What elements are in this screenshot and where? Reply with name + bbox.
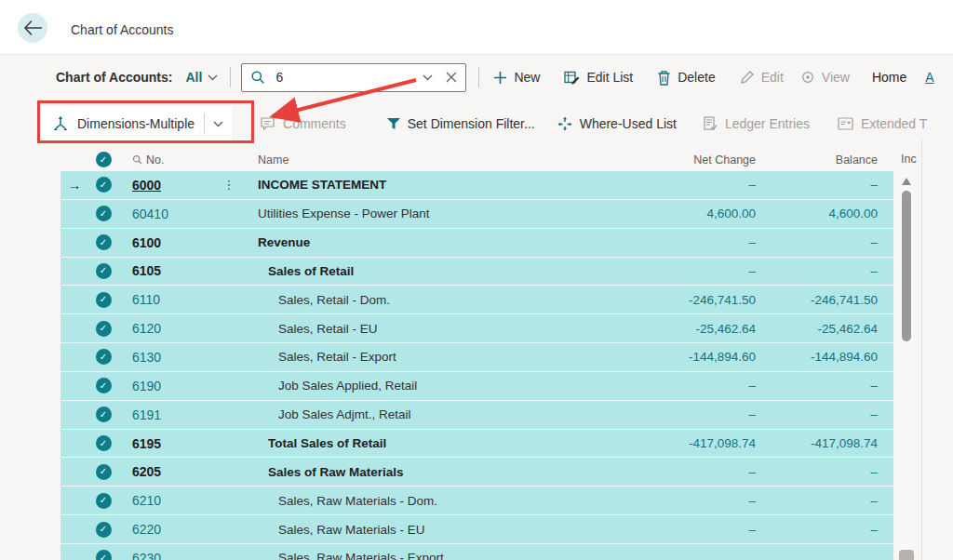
menu-tab-home[interactable]: Home — [872, 70, 906, 85]
row-select-checkbox[interactable]: ✓ — [88, 493, 118, 509]
set-dimension-filter-button[interactable]: Set Dimension Filter... — [387, 116, 535, 131]
ledger-entries-button[interactable]: Ledger Entries — [703, 116, 810, 131]
table-row[interactable]: ✓ 6195 Total Sales of Retail -417,098.74… — [60, 430, 893, 459]
view-button[interactable]: View — [800, 70, 850, 85]
new-button[interactable]: New — [493, 70, 540, 85]
table-row[interactable]: ✓ 6130 Sales, Retail - Export -144,894.6… — [60, 343, 893, 372]
column-header-net-change[interactable]: Net Change — [607, 153, 756, 167]
row-select-checkbox[interactable]: ✓ — [88, 464, 118, 480]
comments-button[interactable]: Comments — [260, 116, 346, 131]
balance-cell[interactable]: – — [756, 379, 878, 393]
net-change-cell[interactable]: – — [607, 178, 756, 192]
account-name-cell[interactable]: Sales, Raw Materials - EU — [237, 523, 607, 537]
scrollbar-thumb[interactable] — [902, 191, 911, 341]
search-box[interactable] — [241, 63, 466, 92]
account-name-cell[interactable]: Sales of Raw Materials — [237, 465, 607, 479]
clear-search-button[interactable] — [446, 72, 457, 83]
account-no-link[interactable]: 6210 — [118, 493, 221, 508]
account-no-link[interactable]: 6205 — [118, 464, 221, 479]
net-change-cell[interactable]: -25,462.64 — [607, 322, 756, 336]
net-change-cell[interactable]: – — [607, 465, 756, 479]
row-select-checkbox[interactable]: ✓ — [88, 321, 118, 337]
account-name-cell[interactable]: Sales, Raw Materials - Dom. — [237, 494, 607, 508]
search-options-chevron[interactable] — [423, 74, 433, 81]
balance-cell[interactable]: 4,600.00 — [756, 207, 878, 220]
account-name-cell[interactable]: Sales, Retail - Dom. — [237, 293, 607, 307]
account-no-link[interactable]: 6120 — [118, 321, 221, 336]
table-row[interactable]: ✓ 6210 Sales, Raw Materials - Dom. – – — [60, 487, 893, 515]
column-header-income-cutoff[interactable]: Inc — [901, 153, 917, 166]
row-select-checkbox[interactable]: ✓ — [88, 378, 118, 393]
row-select-checkbox[interactable]: ✓ — [88, 522, 118, 538]
column-header-balance[interactable]: Balance — [756, 153, 878, 167]
row-select-checkbox[interactable]: ✓ — [88, 263, 118, 279]
edit-list-button[interactable]: Edit List — [564, 70, 633, 86]
table-row[interactable]: ✓ 6120 Sales, Retail - EU -25,462.64 -25… — [60, 314, 893, 343]
edit-button[interactable]: Edit — [740, 70, 784, 85]
dimensions-multiple-button[interactable]: Dimensions-Multiple — [41, 106, 232, 141]
account-name-cell[interactable]: Sales, Raw Materials - Export — [237, 551, 607, 560]
net-change-cell[interactable]: -417,098.74 — [607, 436, 756, 450]
row-select-checkbox[interactable]: ✓ — [88, 435, 118, 451]
account-no-link[interactable]: 6220 — [118, 522, 221, 537]
menu-tab-actions-cutoff[interactable]: A — [925, 70, 933, 85]
row-select-checkbox[interactable]: ✓ — [88, 349, 118, 365]
extended-texts-button[interactable]: Extended T — [838, 116, 927, 131]
net-change-cell[interactable]: -144,894.60 — [607, 350, 756, 364]
balance-cell[interactable]: -246,741.50 — [756, 293, 878, 307]
balance-cell[interactable]: – — [756, 465, 878, 479]
table-row[interactable]: ✓ 6105 Sales of Retail – – — [60, 258, 893, 287]
vertical-scrollbar[interactable] — [899, 171, 914, 560]
account-name-cell[interactable]: INCOME STATEMENT — [237, 178, 607, 192]
balance-cell[interactable]: -144,894.60 — [756, 350, 878, 364]
net-change-cell[interactable]: – — [607, 379, 756, 393]
account-no-link[interactable]: 6110 — [118, 292, 221, 307]
table-row[interactable]: ✓ 6220 Sales, Raw Materials - EU – – — [60, 515, 893, 544]
account-name-cell[interactable]: Job Sales Adjmt., Retail — [237, 407, 607, 421]
row-ellipsis-icon[interactable]: ⋮ — [221, 178, 237, 192]
net-change-cell[interactable]: 4,600.00 — [607, 207, 756, 220]
account-no-link[interactable]: 6000 — [118, 178, 221, 193]
table-row[interactable]: → ✓ 6000 ⋮ INCOME STATEMENT – – — [60, 171, 893, 200]
account-no-link[interactable]: 6100 — [118, 235, 221, 250]
net-change-cell[interactable]: – — [607, 407, 756, 421]
balance-cell[interactable]: -417,098.74 — [756, 436, 878, 450]
row-select-checkbox[interactable]: ✓ — [88, 292, 118, 308]
scroll-up-arrow-icon[interactable] — [902, 178, 911, 185]
account-name-cell[interactable]: Sales, Retail - EU — [237, 322, 607, 336]
where-used-list-button[interactable]: Where-Used List — [557, 116, 677, 131]
table-row[interactable]: ✓ 6205 Sales of Raw Materials – – — [60, 458, 893, 487]
view-filter-dropdown[interactable]: All — [185, 70, 218, 85]
account-name-cell[interactable]: Sales, Retail - Export — [237, 350, 607, 364]
account-no-link[interactable]: 6190 — [118, 379, 221, 393]
net-change-cell[interactable]: -246,741.50 — [607, 293, 756, 307]
delete-button[interactable]: Delete — [657, 70, 715, 86]
account-name-cell[interactable]: Utilities Expense - Power Plant — [237, 207, 607, 220]
row-select-checkbox[interactable]: ✓ — [88, 177, 118, 193]
net-change-cell[interactable]: – — [607, 235, 756, 249]
balance-cell[interactable]: – — [756, 407, 878, 421]
row-select-checkbox[interactable]: ✓ — [88, 206, 118, 221]
account-name-cell[interactable]: Job Sales Applied, Retail — [237, 379, 607, 393]
column-header-name[interactable]: Name — [237, 153, 607, 167]
scrollbar-bottom-button[interactable] — [899, 550, 914, 560]
net-change-cell[interactable]: – — [607, 523, 756, 537]
chevron-down-icon[interactable] — [213, 121, 223, 127]
table-row[interactable]: ✓ 60410 Utilities Expense - Power Plant … — [60, 200, 893, 229]
balance-cell[interactable]: – — [756, 494, 878, 508]
account-no-link[interactable]: 6130 — [118, 350, 221, 365]
account-name-cell[interactable]: Sales of Retail — [237, 264, 607, 278]
account-no-link[interactable]: 6195 — [118, 436, 221, 451]
row-select-checkbox[interactable]: ✓ — [88, 407, 118, 422]
table-row[interactable]: ✓ 6190 Job Sales Applied, Retail – – — [60, 372, 893, 401]
balance-cell[interactable]: – — [756, 178, 878, 192]
table-row[interactable]: ✓ 6191 Job Sales Adjmt., Retail – – — [60, 401, 893, 430]
net-change-cell[interactable]: – — [607, 264, 756, 278]
account-no-link[interactable]: 60410 — [118, 207, 221, 221]
net-change-cell[interactable]: – — [607, 494, 756, 508]
row-select-checkbox[interactable]: ✓ — [88, 234, 118, 250]
table-row[interactable]: ✓ 6110 Sales, Retail - Dom. -246,741.50 … — [60, 286, 893, 314]
balance-cell[interactable]: – — [756, 523, 878, 537]
account-no-link[interactable]: 6191 — [118, 407, 221, 422]
column-header-no[interactable]: No. — [118, 153, 221, 167]
